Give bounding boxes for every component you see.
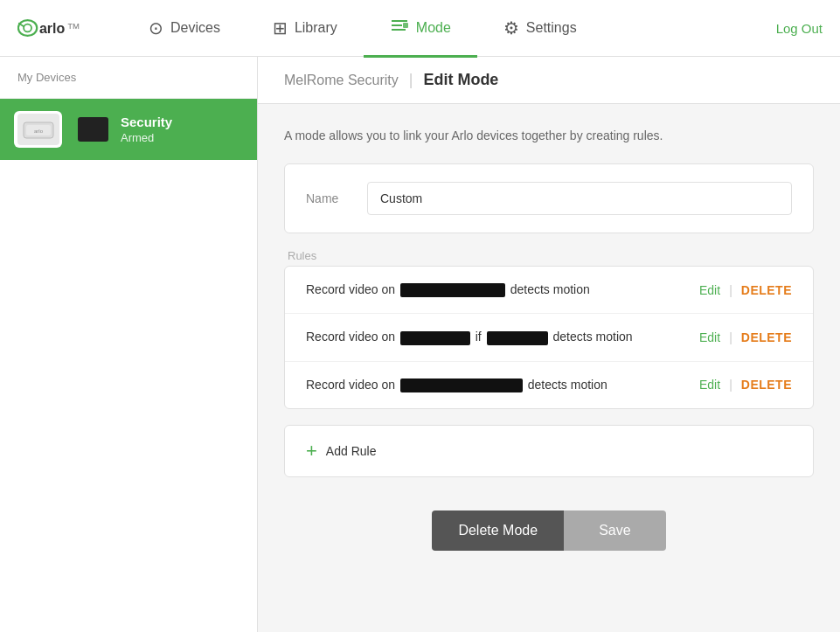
page-description: A mode allows you to link your Arlo devi… (284, 128, 814, 142)
router-icon: arlo (17, 114, 59, 145)
name-row: Name (306, 182, 792, 215)
save-button[interactable]: Save (564, 510, 665, 551)
svg-text:arlo: arlo (33, 128, 43, 134)
nav-library-label: Library (295, 20, 337, 36)
breadcrumb-separator: | (409, 71, 413, 89)
device-icon-container: arlo (14, 111, 62, 148)
rule-separator-1: | (729, 283, 732, 297)
svg-point-1 (24, 24, 31, 32)
logout-button[interactable]: Log Out (776, 21, 823, 36)
device-info: Security Armed (121, 115, 243, 144)
device-name: Security (121, 115, 243, 129)
rule-separator-3: | (729, 378, 732, 392)
nav-item-settings[interactable]: ⚙ Settings (477, 1, 603, 58)
sidebar: My Devices arlo Security Armed (0, 57, 258, 632)
rule-text-2: Record video on if detects motion (306, 330, 699, 344)
rule-actions-3: Edit | DELETE (699, 378, 792, 392)
settings-icon: ⚙ (503, 17, 519, 38)
svg-text:arlo: arlo (39, 21, 66, 36)
rules-card: Record video on detects motion Edit | DE… (284, 266, 814, 409)
nav-item-library[interactable]: ⊞ Library (246, 1, 364, 58)
breadcrumb: MelRome Security | Edit Mode (258, 57, 840, 104)
rule-delete-button-2[interactable]: DELETE (741, 330, 792, 344)
nav-item-mode[interactable]: Mode (364, 1, 477, 58)
add-rule-card[interactable]: + Add Rule (284, 425, 814, 477)
rule-edit-button-3[interactable]: Edit (699, 378, 720, 392)
rule-device-3-redacted (400, 379, 523, 392)
rules-section-label: Rules (284, 249, 814, 262)
devices-icon: ⊙ (149, 17, 163, 38)
name-card: Name (284, 163, 814, 233)
name-input[interactable] (367, 182, 792, 215)
device-status: Armed (121, 131, 243, 144)
svg-point-0 (18, 20, 37, 36)
breadcrumb-parent: MelRome Security (284, 73, 399, 88)
rule-device-2b-redacted (487, 331, 548, 345)
rule-row: Record video on detects motion Edit | DE… (285, 362, 813, 408)
rule-separator-2: | (729, 330, 732, 344)
main-layout: My Devices arlo Security Armed Mel (0, 57, 840, 632)
library-icon: ⊞ (273, 17, 288, 38)
main-content: MelRome Security | Edit Mode A mode allo… (258, 57, 840, 632)
rule-actions-1: Edit | DELETE (699, 283, 792, 297)
rule-edit-button-2[interactable]: Edit (699, 330, 720, 344)
nav-items: ⊙ Devices ⊞ Library Mode ⚙ Settings (122, 0, 776, 57)
camera-thumbnail (78, 117, 108, 142)
nav-mode-label: Mode (416, 20, 451, 36)
rule-edit-button-1[interactable]: Edit (699, 283, 720, 297)
sidebar-heading: My Devices (0, 57, 257, 99)
rule-row: Record video on detects motion Edit | DE… (285, 267, 813, 314)
nav-devices-label: Devices (170, 20, 220, 36)
nav-item-devices[interactable]: ⊙ Devices (122, 1, 246, 58)
content-body: A mode allows you to link your Arlo devi… (258, 104, 840, 601)
rule-device-1-redacted (400, 283, 505, 297)
logo: arlo ™ (17, 15, 87, 41)
name-label: Name (306, 191, 350, 205)
svg-text:™: ™ (66, 21, 80, 36)
rule-actions-2: Edit | DELETE (699, 330, 792, 344)
mode-icon (390, 17, 409, 38)
add-rule-label: Add Rule (326, 444, 377, 458)
rule-text-3: Record video on detects motion (306, 378, 699, 392)
bottom-actions: Delete Mode Save (284, 502, 814, 577)
svg-rect-8 (403, 23, 408, 28)
arlo-logo: arlo ™ (17, 15, 87, 41)
rule-row: Record video on if detects motion Edit |… (285, 314, 813, 361)
device-item[interactable]: arlo Security Armed (0, 99, 257, 160)
rule-device-2-redacted (400, 331, 470, 345)
rule-delete-button-1[interactable]: DELETE (741, 283, 792, 297)
rule-delete-button-3[interactable]: DELETE (741, 378, 792, 392)
delete-mode-button[interactable]: Delete Mode (432, 510, 564, 551)
navbar: arlo ™ ⊙ Devices ⊞ Library Mode ⚙ (0, 0, 840, 57)
breadcrumb-current: Edit Mode (423, 71, 498, 89)
nav-settings-label: Settings (526, 20, 577, 36)
rule-text-1: Record video on detects motion (306, 282, 699, 297)
add-rule-plus-icon: + (306, 441, 317, 461)
